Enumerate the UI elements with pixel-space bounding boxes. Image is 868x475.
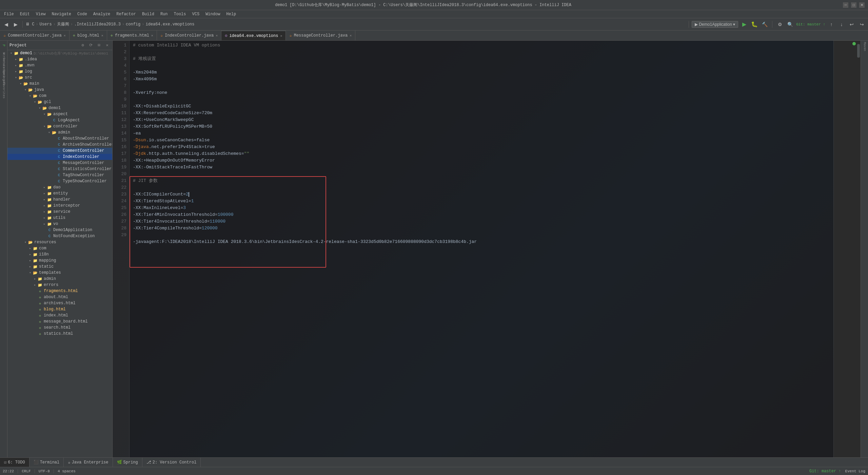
tree-item-comment-controller[interactable]: ▸ C CommentController <box>7 148 112 154</box>
breadcrumb-user[interactable]: 关藤阁 <box>57 21 69 27</box>
menu-code[interactable]: Code <box>75 11 90 17</box>
bottom-tab-terminal[interactable]: ⬛ Terminal <box>29 458 64 467</box>
spring-icon[interactable]: Spring <box>0 72 7 79</box>
menu-tools[interactable]: Tools <box>171 11 189 17</box>
tab-close-button[interactable]: ✕ <box>64 34 66 38</box>
panel-close-icon[interactable]: ✕ <box>104 42 110 48</box>
tree-item-i18n[interactable]: ▸ 📁 i18n <box>7 251 112 257</box>
tab-fragments-html[interactable]: ◈ fragments.html ✕ <box>107 30 157 40</box>
tree-item-com[interactable]: ▾ 📂 com <box>7 93 112 99</box>
settings-button[interactable]: ⚙ <box>776 20 784 28</box>
maximize-button[interactable]: □ <box>851 2 856 8</box>
menu-window[interactable]: Window <box>203 11 223 17</box>
tree-item-statistics-controller[interactable]: ▸ C StatisticsController <box>7 166 112 172</box>
menu-build[interactable]: Build <box>139 11 157 17</box>
tab-message-controller[interactable]: ☕ MessageController.java ✕ <box>286 30 355 40</box>
breadcrumb-file[interactable]: idea64.exe.vmoptions <box>145 22 194 27</box>
tree-item-statics-html[interactable]: ▸ ◈ statics.html <box>7 331 112 337</box>
bottom-tab-java-enterprise[interactable]: ☕ Java Enterprise <box>64 458 113 467</box>
tree-item-idea[interactable]: ▸ 📁 .idea <box>7 56 112 62</box>
panel-sync-icon[interactable]: ⟳ <box>88 42 94 48</box>
project-icon[interactable]: P <box>0 42 7 49</box>
tree-item-mvn[interactable]: ▸ 📁 .mvn <box>7 62 112 68</box>
tree-item-dao[interactable]: ▸ 📁 dao <box>7 184 112 190</box>
window-controls[interactable]: ─ □ ✕ <box>843 2 865 8</box>
minimap[interactable] <box>833 41 861 457</box>
tab-close-button[interactable]: ✕ <box>101 34 103 38</box>
menu-analyze[interactable]: Analyze <box>91 11 113 17</box>
bottom-tab-version-control[interactable]: ⎇ 2: Version Control <box>142 458 201 467</box>
git-push-button[interactable]: ↓ <box>837 20 846 28</box>
tree-item-interceptor[interactable]: ▸ 📁 interceptor <box>7 203 112 209</box>
tree-item-not-found-ex[interactable]: ▸ C NotFoundException <box>7 233 112 239</box>
status-event-log[interactable]: Event Log <box>845 469 865 474</box>
menu-edit[interactable]: Edit <box>17 11 33 17</box>
tree-item-utils[interactable]: ▸ 📁 utils <box>7 215 112 221</box>
tree-item-message-controller[interactable]: ▸ C MessageController <box>7 160 112 166</box>
breadcrumb-users[interactable]: Users <box>40 22 52 27</box>
favorites-star-icon[interactable]: Favorites <box>0 87 7 94</box>
back-button[interactable]: ◀ <box>2 20 10 28</box>
tree-item-archive-controller[interactable]: ▸ C ArchiveShowController <box>7 142 112 148</box>
tree-item-res-com[interactable]: ▸ 📁 com <box>7 245 112 251</box>
menu-help[interactable]: Help <box>223 11 239 17</box>
run-config-selector[interactable]: ▶ Demo1Application ▾ <box>692 21 738 28</box>
menu-navigate[interactable]: Navigate <box>49 11 74 17</box>
tab-close-button[interactable]: ✕ <box>151 34 153 38</box>
maven-icon[interactable]: Maven <box>863 42 866 51</box>
tree-item-gcl[interactable]: ▾ 📂 gcl <box>7 99 112 105</box>
editor-content[interactable]: 1 2 3 4 5 6 7 8 9 10 11 12 13 14 15 16 1… <box>113 41 861 457</box>
tree-item-main[interactable]: ▾ 📂 main <box>7 81 112 87</box>
tree-item-service[interactable]: ▸ 📁 service <box>7 209 112 215</box>
run-button[interactable]: ▶ <box>740 20 748 28</box>
code-editor[interactable]: # custom IntelliJ IDEA VM options # 堆栈设置… <box>130 41 833 457</box>
breadcrumb-drive[interactable]: 🖥 C <box>25 22 34 27</box>
tab-index-controller[interactable]: ☕ IndexController.java ✕ <box>157 30 221 40</box>
bottom-tab-spring[interactable]: 🌿 Spring <box>113 458 142 467</box>
menu-view[interactable]: View <box>33 11 48 17</box>
tree-item-errors[interactable]: ▸ 📁 errors <box>7 282 112 288</box>
tree-item-demo1-root[interactable]: ▾ 📁 demo1 D:\Github仓库\MyBlog-MyBatis\dem… <box>7 50 112 56</box>
redo-button[interactable]: ↪ <box>858 20 866 28</box>
tree-item-index-controller[interactable]: ▸ C IndexController <box>7 154 112 160</box>
tree-item-search-html[interactable]: ▸ ◈ search.html <box>7 325 112 331</box>
tab-blog-html[interactable]: ◈ blog.html ✕ <box>70 30 107 40</box>
tree-item-mapping[interactable]: ▸ 📁 mapping <box>7 257 112 264</box>
tree-item-admin-tpl[interactable]: ▸ 📁 admin <box>7 276 112 282</box>
tree-item-src[interactable]: ▾ 📂 src <box>7 75 112 81</box>
debug-button[interactable]: 🐛 <box>750 20 758 28</box>
search-button[interactable]: 🔍 <box>786 20 794 28</box>
breadcrumb-config[interactable]: config <box>126 22 140 27</box>
tab-comment-controller[interactable]: ☕ CommentController.java ✕ <box>0 30 70 40</box>
tree-item-fragments-html[interactable]: ▸ ◈ fragments.html <box>7 288 112 294</box>
tree-item-controller[interactable]: ▾ 📂 controller <box>7 123 112 129</box>
menu-vcs[interactable]: VCS <box>190 11 202 17</box>
bottom-tab-todo[interactable]: ☑ 6: TODO <box>0 458 29 467</box>
tree-item-message-html[interactable]: ▸ ◈ message_board.html <box>7 318 112 325</box>
tree-item-archives-html[interactable]: ▸ ◈ archives.html <box>7 300 112 306</box>
status-charset[interactable]: UTF-8 <box>39 469 50 473</box>
build-button[interactable]: 🔨 <box>761 20 769 28</box>
tree-item-vo[interactable]: ▸ 📁 vo <box>7 221 112 227</box>
tree-item-demo1-sub[interactable]: ▾ 📂 demo1 <box>7 105 112 111</box>
minimize-button[interactable]: ─ <box>843 2 848 8</box>
tree-item-tag-controller[interactable]: ▸ C TagShowController <box>7 172 112 178</box>
git-update-button[interactable]: ↑ <box>827 20 835 28</box>
tree-item-static[interactable]: ▸ 📁 static <box>7 264 112 270</box>
tree-item-admin[interactable]: ▾ 📂 admin <box>7 129 112 136</box>
tree-item-entity[interactable]: ▸ 📁 entity <box>7 190 112 197</box>
tree-item-type-controller[interactable]: ▸ C TypeShowController <box>7 178 112 184</box>
tree-item-templates[interactable]: ▾ 📂 templates <box>7 270 112 276</box>
panel-collapse-icon[interactable]: ⊟ <box>96 42 102 48</box>
tree-item-about-controller[interactable]: ▸ C AboutShowController <box>7 136 112 142</box>
status-crlf[interactable]: CRLF <box>22 469 31 473</box>
tree-item-index-html[interactable]: ▸ ◈ index.html <box>7 312 112 318</box>
close-button[interactable]: ✕ <box>859 2 865 8</box>
tab-close-button[interactable]: ✕ <box>350 34 352 38</box>
tab-vmoptions[interactable]: ⚙ idea64.exe.vmoptions ✕ <box>221 30 286 40</box>
tab-close-button[interactable]: ✕ <box>216 34 218 38</box>
menu-run[interactable]: Run <box>158 11 171 17</box>
status-spaces[interactable]: 4 spaces <box>58 469 76 473</box>
menu-file[interactable]: File <box>1 11 17 17</box>
tree-item-log-aspect[interactable]: ▸ C LogAspect <box>7 117 112 123</box>
